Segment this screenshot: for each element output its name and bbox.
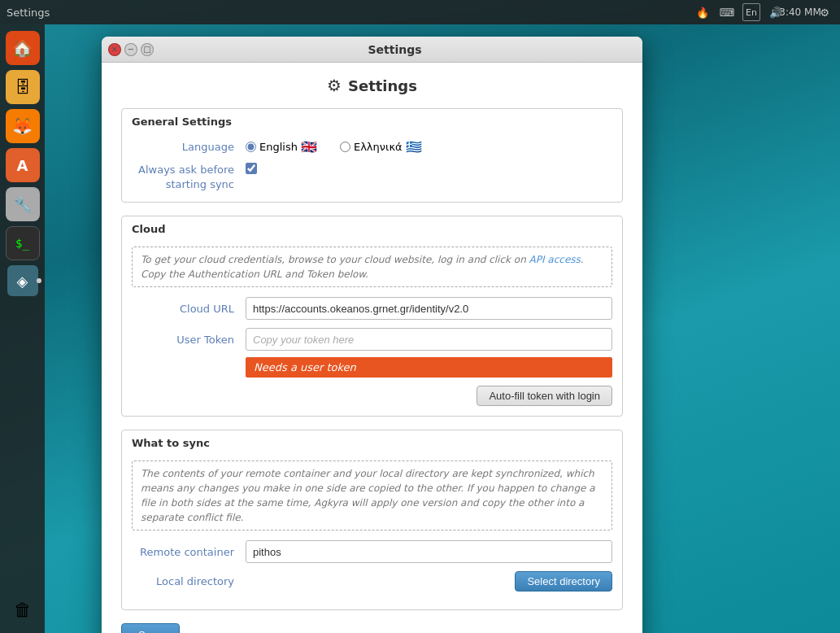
app-title-icon: ⚙ <box>327 76 342 95</box>
dock-item-trash[interactable]: 🗑 <box>6 592 40 626</box>
local-directory-control: Select directory <box>246 571 612 592</box>
language-icon[interactable]: En <box>742 3 760 21</box>
cloud-section: Cloud To get your cloud credentials, bro… <box>121 216 623 417</box>
dock-item-agkyra[interactable]: ◈ <box>7 265 38 296</box>
remote-container-input[interactable] <box>246 540 612 563</box>
cloud-url-input[interactable] <box>246 297 612 320</box>
window-title: Settings <box>154 43 636 56</box>
dock-item-firefox[interactable]: 🦊 <box>6 109 40 143</box>
autofill-row: Auto-fill token with login <box>132 386 612 406</box>
user-token-label: User Token <box>132 334 246 346</box>
minimize-button[interactable]: − <box>124 43 137 56</box>
remote-container-row: Remote container <box>132 540 612 563</box>
what-to-sync-title: What to sync <box>122 430 622 454</box>
error-message: Needs a user token <box>246 357 612 378</box>
always-ask-label: Always ask before starting sync <box>132 163 246 192</box>
power-icon[interactable]: ⚙ <box>816 3 833 21</box>
language-options: English 🇬🇧 Ελληνικά 🇬🇷 <box>246 139 612 155</box>
language-greek-option[interactable]: Ελληνικά 🇬🇷 <box>340 139 422 155</box>
error-row: Needs a user token <box>132 354 612 378</box>
remote-container-label: Remote container <box>132 546 246 558</box>
cloud-section-title: Cloud <box>122 216 622 240</box>
remote-container-control <box>246 540 612 563</box>
user-token-control <box>246 328 612 351</box>
what-to-sync-body: The contents of your remote container an… <box>122 454 622 609</box>
always-ask-control <box>246 163 612 174</box>
taskbar-right: 🔥 ⌨ En 🔊 3:40 MM ⚙ <box>694 3 833 21</box>
language-row: Language English 🇬🇧 Ελληνικά 🇬🇷 <box>132 139 612 155</box>
app-title: ⚙ Settings <box>121 76 623 95</box>
cloud-info-text1: To get your cloud credentials, browse to… <box>141 254 529 265</box>
cloud-url-label: Cloud URL <box>132 303 246 315</box>
local-directory-row: Local directory Select directory <box>132 571 612 592</box>
select-directory-button[interactable]: Select directory <box>515 571 612 592</box>
keyboard-icon[interactable]: ⌨ <box>718 3 736 21</box>
save-row: Save <box>121 623 623 633</box>
clock: 3:40 MM <box>791 3 809 21</box>
language-greek-radio[interactable] <box>340 142 350 152</box>
language-english-label: English <box>259 141 298 153</box>
language-english-radio[interactable] <box>246 142 256 152</box>
language-label: Language <box>132 141 246 153</box>
dock: 🏠 🗄 🦊 A 🔧 $_ ◈ 🗑 <box>0 24 45 633</box>
autofill-button[interactable]: Auto-fill token with login <box>477 386 612 406</box>
user-token-row: User Token Needs a user token <box>132 328 612 378</box>
always-ask-checkbox-wrapper <box>246 163 612 174</box>
dock-item-files[interactable]: 🗄 <box>6 70 40 104</box>
desktop: Settings 🔥 ⌨ En 🔊 3:40 MM ⚙ 🏠 🗄 🦊 A 🔧 $_ <box>0 0 840 633</box>
dock-item-settings[interactable]: 🔧 <box>6 187 40 221</box>
window-controls: ✕ − □ <box>108 43 154 56</box>
window-content: ⚙ Settings General Settings Language Eng… <box>102 63 642 633</box>
settings-window: ✕ − □ Settings ⚙ Settings General Settin… <box>102 37 642 633</box>
api-access-link[interactable]: API access <box>529 254 581 265</box>
cloud-url-control <box>246 297 612 320</box>
local-directory-label: Local directory <box>132 575 246 587</box>
user-token-input[interactable] <box>246 328 612 351</box>
general-settings-title: General Settings <box>122 109 622 133</box>
dock-item-appstore[interactable]: A <box>6 148 40 182</box>
what-to-sync-section: What to sync The contents of your remote… <box>121 430 623 610</box>
cloud-section-body: To get your cloud credentials, browse to… <box>122 240 622 416</box>
greek-flag: 🇬🇷 <box>406 139 422 155</box>
cloud-url-row: Cloud URL <box>132 297 612 320</box>
close-button[interactable]: ✕ <box>108 43 121 56</box>
save-button[interactable]: Save <box>121 623 180 633</box>
always-ask-checkbox[interactable] <box>246 163 257 174</box>
language-greek-label: Ελληνικά <box>354 141 403 153</box>
always-ask-row: Always ask before starting sync <box>132 163 612 192</box>
user-token-input-row: User Token <box>132 328 612 351</box>
cloud-info-box: To get your cloud credentials, browse to… <box>132 247 612 287</box>
app-title-text: Settings <box>348 77 417 94</box>
general-settings-body: Language English 🇬🇧 Ελληνικά 🇬🇷 <box>122 133 622 202</box>
general-settings-section: General Settings Language English 🇬🇧 <box>121 108 623 203</box>
window-titlebar: ✕ − □ Settings <box>102 37 642 63</box>
taskbar: Settings 🔥 ⌨ En 🔊 3:40 MM ⚙ <box>0 0 840 24</box>
dock-active-indicator <box>37 278 41 283</box>
sync-info-box: The contents of your remote container an… <box>132 461 612 530</box>
maximize-button[interactable]: □ <box>141 43 154 56</box>
english-flag: 🇬🇧 <box>301 139 317 155</box>
dock-item-terminal[interactable]: $_ <box>6 226 40 260</box>
dock-item-ubuntu[interactable]: 🏠 <box>6 31 40 65</box>
language-english-option[interactable]: English 🇬🇧 <box>246 139 317 155</box>
network-icon[interactable]: 🔥 <box>694 3 712 21</box>
taskbar-title: Settings <box>7 7 694 19</box>
